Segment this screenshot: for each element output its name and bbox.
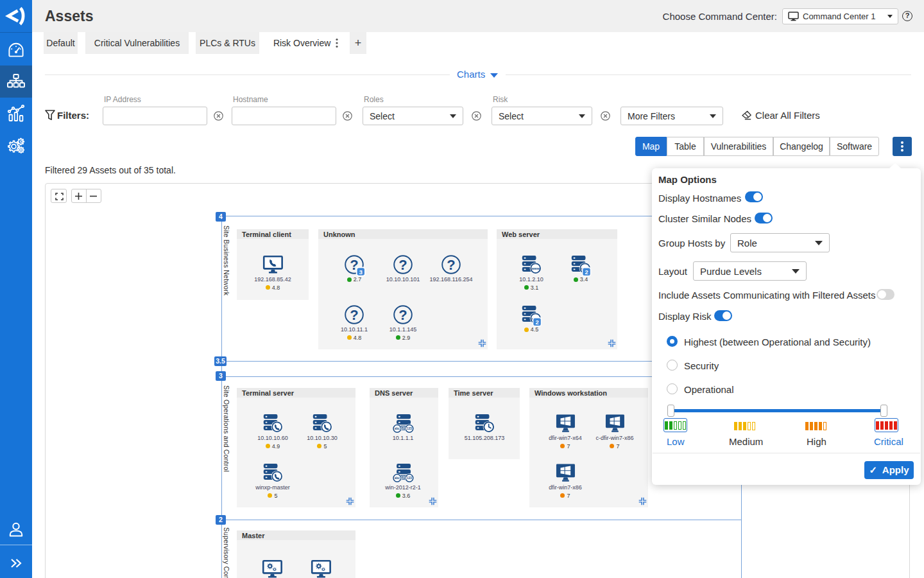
svg-text:?: ? bbox=[398, 307, 407, 323]
svg-text:?: ? bbox=[398, 257, 407, 273]
svg-text:2: 2 bbox=[535, 319, 538, 326]
svg-text:123: 123 bbox=[407, 477, 412, 480]
svg-text:123: 123 bbox=[407, 427, 412, 430]
svg-text:?: ? bbox=[350, 307, 358, 323]
svg-text:abc: abc bbox=[394, 477, 400, 480]
svg-text:abc: abc bbox=[394, 427, 400, 430]
svg-text:3: 3 bbox=[359, 268, 363, 276]
svg-text:2: 2 bbox=[585, 268, 588, 276]
svg-text:www: www bbox=[531, 267, 540, 270]
svg-text:?: ? bbox=[447, 257, 455, 273]
